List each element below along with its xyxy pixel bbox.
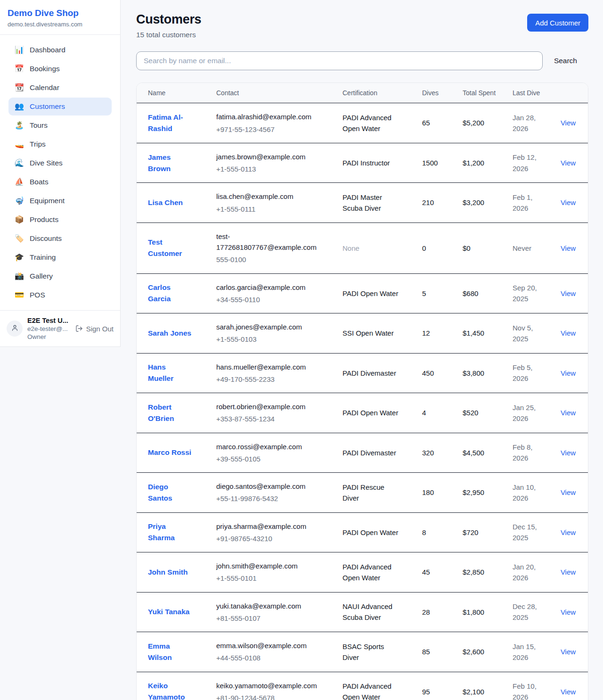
customers-table: Name Contact Certification Dives Total S… <box>137 83 588 700</box>
sidebar-item-boats[interactable]: ⛵ Boats <box>8 173 112 191</box>
customer-last-dive: Jan 28, 2026 <box>507 103 548 143</box>
training-icon: 🎓 <box>14 254 24 261</box>
customer-name-link[interactable]: Priya Sharma <box>148 521 193 544</box>
customer-email: sarah.jones@example.com <box>216 321 318 332</box>
boats-icon: ⛵ <box>14 178 24 186</box>
sidebar-item-dashboard[interactable]: 📊 Dashboard <box>8 41 112 59</box>
customer-name-link[interactable]: Robert O'Brien <box>148 402 193 424</box>
customers-table-card: Name Contact Certification Dives Total S… <box>136 82 588 700</box>
view-link[interactable]: View <box>561 369 576 377</box>
customer-last-dive: Jan 20, 2026 <box>507 552 548 593</box>
sidebar-item-dive-sites[interactable]: 🌊 Dive Sites <box>8 154 112 172</box>
view-link[interactable]: View <box>561 449 576 457</box>
customer-phone: +91-98765-43210 <box>216 533 318 544</box>
view-link[interactable]: View <box>561 608 576 616</box>
sidebar-item-pos[interactable]: 💳 POS <box>8 286 112 304</box>
customer-email: diego.santos@example.com <box>216 481 318 492</box>
sidebar-item-customers[interactable]: 👥 Customers <box>8 98 112 115</box>
view-link[interactable]: View <box>561 198 576 206</box>
sidebar-item-bookings[interactable]: 📅 Bookings <box>8 60 112 78</box>
customer-name-link[interactable]: Emma Wilson <box>148 641 193 663</box>
customer-name-link[interactable]: Hans Mueller <box>148 362 193 384</box>
nav-label: Products <box>30 215 58 224</box>
sidebar-item-gallery[interactable]: 📸 Gallery <box>8 267 112 285</box>
customer-dives: 65 <box>416 103 457 143</box>
search-button[interactable]: Search <box>543 57 588 65</box>
equipment-icon: 🤿 <box>14 197 24 205</box>
table-row: Yuki Tanaka yuki.tanaka@example.com +81-… <box>137 592 588 632</box>
col-last-dive: Last Dive <box>507 83 548 103</box>
view-link[interactable]: View <box>561 244 576 252</box>
table-row: Hans Mueller hans.mueller@example.com +4… <box>137 353 588 393</box>
nav-label: POS <box>30 291 45 299</box>
view-link[interactable]: View <box>561 688 576 696</box>
customer-name-link[interactable]: James Brown <box>148 152 193 174</box>
shop-title[interactable]: Demo Dive Shop <box>8 8 113 18</box>
view-link[interactable]: View <box>561 488 576 496</box>
customer-dives: 85 <box>416 632 457 672</box>
customer-name-link[interactable]: Fatima Al-Rashid <box>148 112 193 134</box>
sidebar-item-trips[interactable]: 🚤 Trips <box>8 135 112 153</box>
search-input[interactable] <box>136 51 543 70</box>
table-row: Lisa Chen lisa.chen@example.com +1-555-0… <box>137 183 588 223</box>
customer-certification: PADI Master Scuba Diver <box>337 183 416 223</box>
shop-domain: demo.test.divestreams.com <box>8 21 113 28</box>
view-link[interactable]: View <box>561 329 576 337</box>
customer-phone: 555-0100 <box>216 254 318 265</box>
app-root: Demo Dive Shop demo.test.divestreams.com… <box>0 0 603 700</box>
customer-phone: +1-555-0113 <box>216 164 318 174</box>
view-link[interactable]: View <box>561 409 576 417</box>
customer-certification: SSI Open Water <box>337 313 416 354</box>
nav-label: Trips <box>30 140 46 148</box>
trips-icon: 🚤 <box>14 140 24 148</box>
customer-name-link[interactable]: Diego Santos <box>148 481 193 504</box>
customer-table-body: Fatima Al-Rashid fatima.alrashid@example… <box>137 103 588 700</box>
customer-name-link[interactable]: Keiko Yamamoto <box>148 680 193 700</box>
table-row: John Smith john.smith@example.com +1-555… <box>137 552 588 593</box>
table-row: Priya Sharma priya.sharma@example.com +9… <box>137 512 588 552</box>
view-link[interactable]: View <box>561 289 576 297</box>
customer-name-link[interactable]: Carlos Garcia <box>148 282 193 305</box>
sidebar-item-discounts[interactable]: 🏷️ Discounts <box>8 230 112 247</box>
customer-name-link[interactable]: Yuki Tanaka <box>148 606 189 618</box>
customer-dives: 95 <box>416 672 457 700</box>
sidebar-item-products[interactable]: 📦 Products <box>8 211 112 229</box>
search-bar: Search <box>136 51 588 70</box>
customer-phone: +1-555-0111 <box>216 204 318 214</box>
nav-label: Training <box>30 253 56 262</box>
customer-last-dive: Feb 1, 2026 <box>507 183 548 223</box>
sidebar-header: Demo Dive Shop demo.test.divestreams.com <box>0 0 120 35</box>
customer-email: emma.wilson@example.com <box>216 640 318 651</box>
customer-name-link[interactable]: Lisa Chen <box>148 197 183 208</box>
table-row: Fatima Al-Rashid fatima.alrashid@example… <box>137 103 588 143</box>
customer-name-link[interactable]: Sarah Jones <box>148 328 191 339</box>
table-row: Keiko Yamamoto keiko.yamamoto@example.co… <box>137 672 588 700</box>
sidebar-item-tours[interactable]: 🏝️ Tours <box>8 116 112 134</box>
view-link[interactable]: View <box>561 648 576 656</box>
add-customer-button[interactable]: Add Customer <box>527 14 588 32</box>
view-link[interactable]: View <box>561 119 576 127</box>
user-meta: E2E Test U... e2e-tester@... Owner <box>27 317 68 340</box>
customer-last-dive: Jan 10, 2026 <box>507 473 548 513</box>
customer-dives: 180 <box>416 473 457 513</box>
sidebar-item-training[interactable]: 🎓 Training <box>8 248 112 266</box>
customer-name-link[interactable]: Test Customer <box>148 237 193 259</box>
col-total-spent: Total Spent <box>457 83 507 103</box>
customer-name-link[interactable]: Marco Rossi <box>148 447 191 458</box>
customer-certification: PADI Advanced Open Water <box>337 103 416 143</box>
col-name: Name <box>137 83 211 103</box>
view-link[interactable]: View <box>561 568 576 576</box>
sidebar-item-equipment[interactable]: 🤿 Equipment <box>8 192 112 210</box>
sign-out-button[interactable]: Sign Out <box>75 325 114 333</box>
customer-count: 15 total customers <box>136 31 201 39</box>
col-certification: Certification <box>337 83 416 103</box>
dashboard-icon: 📊 <box>14 46 24 54</box>
customer-certification: NAUI Advanced Scuba Diver <box>337 592 416 632</box>
sidebar-item-calendar[interactable]: 📆 Calendar <box>8 79 112 97</box>
view-link[interactable]: View <box>561 159 576 167</box>
view-link[interactable]: View <box>561 528 576 536</box>
customer-name-link[interactable]: John Smith <box>148 567 187 578</box>
table-header-row: Name Contact Certification Dives Total S… <box>137 83 588 103</box>
page-header: Customers 15 total customers Add Custome… <box>136 12 588 39</box>
customer-phone: +1-555-0101 <box>216 573 318 584</box>
